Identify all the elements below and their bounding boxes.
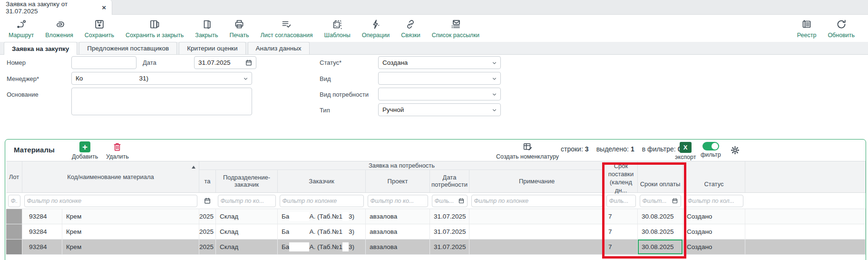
sort-ascending-icon[interactable] <box>192 166 195 169</box>
lot-cell[interactable] <box>6 209 22 224</box>
manager-select[interactable]: Ко 31) <box>71 72 252 85</box>
filter-toggle[interactable]: фильтр <box>701 140 721 158</box>
filter-lot[interactable] <box>8 195 20 207</box>
type-select[interactable]: Ручной <box>378 103 501 116</box>
print-button[interactable]: Печать <box>224 19 255 42</box>
code-cell[interactable]: 93284 <box>22 209 62 224</box>
customer-cell[interactable]: БаА. (Таб.№13) <box>278 240 366 254</box>
filter-department[interactable] <box>218 195 276 207</box>
calendar-icon[interactable] <box>672 198 678 204</box>
status-cell[interactable]: Создано <box>683 240 745 254</box>
material-name-cell[interactable]: Крем <box>62 240 199 254</box>
approval-sheet-button[interactable]: Лист согласования <box>254 19 318 42</box>
payment-terms-cell[interactable]: 30.08.2025 <box>638 209 683 224</box>
links-button[interactable]: Связки <box>395 19 426 42</box>
filter-code-name[interactable] <box>24 195 197 207</box>
column-header-project[interactable]: Проект <box>366 170 430 192</box>
code-cell[interactable]: 93284 <box>22 240 62 254</box>
close-tab-icon[interactable]: × <box>102 3 106 11</box>
filter-payment[interactable] <box>640 195 681 207</box>
customer-cell[interactable]: БаА. (Таб.№13) <box>278 209 366 224</box>
column-header-lot[interactable]: Лот <box>6 161 22 192</box>
add-row-button[interactable]: + Добавить <box>72 141 98 160</box>
calendar-icon[interactable] <box>204 197 211 205</box>
project-cell[interactable]: авзалова <box>366 240 430 254</box>
material-name-cell[interactable]: Крем <box>62 209 199 224</box>
table-row[interactable]: 93284 Крем 2025 Склад БаА. (Таб.№13) авз… <box>6 209 866 224</box>
customer-cell[interactable]: БаА. (Таб.№13) <box>278 224 366 239</box>
material-name-cell[interactable]: Крем <box>62 224 199 239</box>
column-header-customer[interactable]: Заказчик <box>278 170 366 192</box>
column-header-delivery-term[interactable]: Срокпоставки(календдн... <box>605 161 638 192</box>
registry-button[interactable]: Реестр <box>791 19 822 39</box>
need-date-cell[interactable]: 31.07.2025 <box>430 240 469 254</box>
filter-delivery[interactable] <box>606 195 636 207</box>
basis-textarea[interactable] <box>71 88 252 115</box>
row-counters: строки:3 выделено:1 в фильтре:0 <box>561 145 682 153</box>
date-input[interactable]: 31.07.2025 <box>194 56 256 69</box>
create-nomenclature-button[interactable]: Создать номенклатуру <box>494 141 561 160</box>
date-cell[interactable]: 2025 <box>199 224 216 239</box>
column-header-note[interactable]: Примечание <box>469 170 605 192</box>
status-cell[interactable]: Создано <box>683 224 745 239</box>
project-cell[interactable]: авзалова <box>366 224 430 239</box>
column-header-status[interactable]: Статус <box>683 161 745 192</box>
tab-supplier-offers[interactable]: Предложения поставщиков <box>79 42 177 54</box>
column-header-need-date[interactable]: Датапотребности <box>430 170 469 192</box>
refresh-button[interactable]: Обновить <box>822 19 860 39</box>
table-row-selected[interactable]: 93284 Крем 2025 Склад БаА. (Таб.№13) авз… <box>6 240 866 255</box>
tab-evaluation-criteria[interactable]: Критерии оценки <box>179 42 245 54</box>
filter-project[interactable] <box>368 195 428 207</box>
need-date-cell[interactable]: 31.07.2025 <box>430 224 469 239</box>
templates-button[interactable]: Шаблоны <box>318 19 356 42</box>
tab-purchase-request[interactable]: Заявка на закупку <box>4 42 77 55</box>
lot-cell[interactable] <box>6 224 22 239</box>
payment-terms-cell[interactable]: 30.08.2025 <box>638 224 683 239</box>
filter-customer[interactable] <box>280 195 364 207</box>
column-header-code-name[interactable]: Код/наименование материала <box>22 161 199 192</box>
operations-button[interactable]: Операции <box>356 19 395 42</box>
attachments-button[interactable]: Вложения <box>39 19 79 42</box>
kind-select[interactable] <box>378 72 501 85</box>
status-select[interactable]: Создана <box>378 56 501 69</box>
date-cell[interactable]: 2025 <box>199 209 216 224</box>
delivery-term-cell[interactable]: 7 <box>605 240 638 254</box>
export-excel-button[interactable]: X экспорт <box>675 142 696 160</box>
department-cell[interactable]: Склад <box>216 224 278 239</box>
payment-terms-cell-selected[interactable]: 30.08.2025 <box>638 240 683 254</box>
filter-status[interactable] <box>685 195 743 207</box>
save-button[interactable]: Сохранить <box>79 19 120 42</box>
column-header-date[interactable]: та <box>199 170 216 192</box>
need-date-cell[interactable]: 31.07.2025 <box>430 209 469 224</box>
code-cell[interactable]: 93284 <box>22 224 62 239</box>
toggle-on-icon[interactable] <box>702 142 719 150</box>
need-kind-select[interactable] <box>378 88 501 100</box>
note-cell[interactable] <box>469 240 605 254</box>
project-cell[interactable]: авзалова <box>366 209 430 224</box>
column-header-department[interactable]: Подразделение-заказчик <box>216 170 278 192</box>
calendar-icon[interactable] <box>245 59 253 67</box>
lot-cell[interactable] <box>6 240 22 254</box>
gear-icon[interactable] <box>730 145 740 155</box>
number-input[interactable] <box>71 56 137 69</box>
delivery-term-cell[interactable]: 7 <box>605 224 638 239</box>
delivery-term-cell[interactable]: 7 <box>605 209 638 224</box>
route-button[interactable]: Маршрут <box>3 19 39 42</box>
calendar-icon[interactable] <box>458 198 465 204</box>
date-cell[interactable]: 2025 <box>199 240 216 254</box>
column-header-payment-terms[interactable]: Сроки оплаты <box>638 161 683 192</box>
department-cell[interactable]: Склад <box>216 240 278 254</box>
department-cell[interactable]: Склад <box>216 209 278 224</box>
save-and-close-button[interactable]: Сохранить и закрыть <box>120 19 189 42</box>
note-cell[interactable] <box>469 209 605 224</box>
mailing-list-button[interactable]: Список рассылки <box>426 19 485 42</box>
status-cell[interactable]: Создано <box>683 209 745 224</box>
tab-data-analysis[interactable]: Анализ данных <box>248 42 310 54</box>
close-button[interactable]: Закрыть <box>189 19 224 42</box>
delete-row-button[interactable]: Удалить <box>106 141 129 160</box>
filter-need-date[interactable] <box>432 195 468 207</box>
document-tab[interactable]: Заявка на закупку от 31.07.2025 × <box>0 0 112 15</box>
table-row[interactable]: 93284 Крем 2025 Склад БаА. (Таб.№13) авз… <box>6 224 866 240</box>
filter-note[interactable] <box>471 195 603 207</box>
note-cell[interactable] <box>469 224 605 239</box>
